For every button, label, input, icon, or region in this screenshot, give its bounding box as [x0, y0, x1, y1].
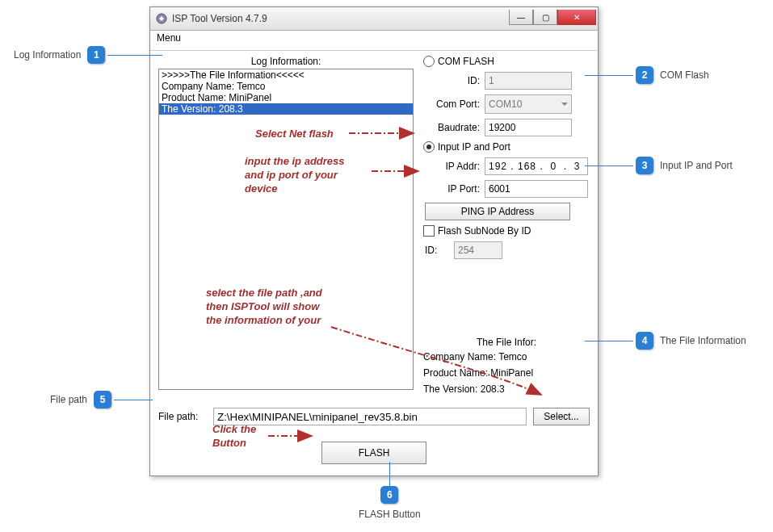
ping-button[interactable]: PING IP Address	[425, 203, 570, 220]
callout-3: 3 Input IP and Port	[585, 157, 733, 174]
app-window: ISP Tool Version 4.7.9 — ▢ ✕ Menu Log In…	[149, 6, 599, 476]
callout-number: 5	[94, 391, 111, 408]
file-info-company: Company Name: Temco	[423, 351, 590, 362]
annotation-click-button: Click the Button	[212, 423, 277, 450]
annotation-select-net-flash: Select Net flash	[255, 128, 334, 141]
menubar: Menu	[150, 31, 598, 51]
callout-number: 2	[636, 66, 653, 84]
select-file-button[interactable]: Select...	[533, 408, 590, 425]
radio-icon	[423, 56, 435, 67]
callout-4: 4 The File Information	[585, 332, 746, 350]
callout-number: 4	[636, 332, 653, 350]
callout-number: 3	[636, 157, 653, 174]
com-flash-radio-label: COM FLASH	[438, 56, 494, 67]
log-line-selected: The Version: 208.3	[159, 103, 413, 115]
callout-number: 1	[87, 46, 105, 64]
log-panel: Log Information: >>>>>The File Informati…	[158, 56, 414, 400]
window-title: ISP Tool Version 4.7.9	[172, 13, 509, 24]
callout-label: Input IP and Port	[660, 160, 733, 171]
comport-value: COM10	[489, 98, 522, 110]
file-info-block: The File Infor: Company Name: Temco Prod…	[423, 337, 590, 395]
ipaddr-input[interactable]	[485, 157, 588, 175]
flash-button[interactable]: FLASH	[321, 442, 426, 464]
comport-label: Com Port:	[423, 98, 485, 110]
window-buttons: — ▢ ✕	[509, 10, 596, 27]
minimize-button[interactable]: —	[509, 10, 533, 25]
ipaddr-label: IP Addr:	[423, 161, 485, 172]
filepath-label: File path:	[158, 411, 207, 422]
id-input[interactable]	[485, 72, 572, 90]
flash-subnode-row[interactable]: Flash SubNode By ID	[423, 225, 590, 237]
ipport-input[interactable]	[485, 180, 588, 198]
comport-select[interactable]: COM10	[485, 94, 572, 114]
log-line: Company Name: Temco	[159, 81, 413, 92]
close-button[interactable]: ✕	[557, 10, 596, 25]
file-info-product: Product Name: MiniPanel	[423, 367, 590, 379]
id-label: ID:	[423, 75, 485, 86]
com-flash-radio-row[interactable]: COM FLASH	[423, 56, 590, 67]
ipport-label: IP Port:	[423, 183, 485, 195]
file-info-version: The Version: 208.3	[423, 383, 590, 395]
titlebar: ISP Tool Version 4.7.9 — ▢ ✕	[150, 7, 598, 31]
subnode-id-label: ID:	[423, 245, 454, 256]
log-line: >>>>>The File Information<<<<<	[159, 69, 413, 81]
callout-label: The File Information	[660, 335, 746, 346]
annotation-select-file: select the file path ,and then ISPTool w…	[206, 287, 327, 328]
checkbox-icon	[423, 225, 435, 237]
content-area: Log Information: >>>>>The File Informati…	[150, 51, 598, 475]
callout-number: 6	[380, 486, 398, 504]
ip-port-radio-label: Input IP and Port	[438, 141, 510, 153]
callout-label: Log Information	[14, 49, 81, 61]
chevron-down-icon	[561, 103, 568, 106]
log-textbox[interactable]: >>>>>The File Information<<<<< Company N…	[158, 69, 414, 390]
log-line: Product Name: MiniPanel	[159, 92, 413, 103]
ip-port-radio-row[interactable]: Input IP and Port	[423, 141, 590, 153]
callout-label: COM Flash	[660, 69, 709, 81]
callout-6: 6 FLASH Button	[359, 462, 421, 520]
radio-icon	[423, 141, 435, 153]
menu-item[interactable]: Menu	[157, 32, 181, 44]
baudrate-label: Baudrate:	[423, 122, 485, 133]
callout-1: Log Information 1	[14, 46, 162, 64]
callout-label: FLASH Button	[359, 509, 421, 520]
app-icon	[155, 12, 168, 25]
baudrate-input[interactable]	[485, 119, 572, 136]
callout-2: 2 COM Flash	[585, 66, 709, 84]
callout-5: File path 5	[50, 391, 153, 408]
flash-subnode-label: Flash SubNode By ID	[438, 225, 531, 237]
maximize-button[interactable]: ▢	[533, 10, 557, 25]
annotation-input-ip: input the ip address and ip port of your…	[245, 155, 366, 196]
log-title: Log Information:	[158, 56, 414, 67]
file-info-title: The File Infor:	[423, 337, 590, 348]
subnode-id-input[interactable]	[454, 241, 502, 259]
settings-panel: COM FLASH ID: Com Port: COM10 Baudrate:	[414, 56, 590, 400]
callout-label: File path	[50, 394, 87, 405]
